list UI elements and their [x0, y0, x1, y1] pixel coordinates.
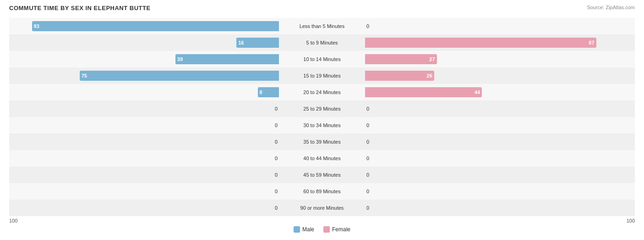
row-label: Less than 5 Minutes	[281, 23, 363, 29]
row-label: 25 to 29 Minutes	[281, 106, 363, 112]
chart-row: 025 to 29 Minutes0	[9, 100, 635, 117]
female-bar: 27	[365, 54, 437, 64]
male-value: 75	[82, 73, 87, 78]
female-section: 0	[363, 117, 635, 134]
male-bar: 16	[236, 38, 279, 48]
female-section: 87	[363, 34, 635, 51]
female-value: 0	[366, 189, 369, 194]
female-value: 0	[366, 23, 369, 29]
male-bar: 75	[80, 71, 279, 81]
male-section: 93	[9, 18, 281, 34]
axis-right-val: 100	[627, 218, 635, 223]
male-section: 0	[9, 117, 281, 134]
chart-row: 3910 to 14 Minutes27	[9, 51, 635, 67]
male-value: 16	[238, 40, 244, 45]
male-section: 0	[9, 150, 281, 167]
female-value: 0	[366, 156, 369, 161]
female-bar: 44	[365, 87, 482, 97]
male-bar: 93	[32, 21, 279, 31]
row-label: 35 to 39 Minutes	[281, 139, 363, 145]
legend-male: Male	[294, 226, 314, 233]
row-label: 45 to 59 Minutes	[281, 172, 363, 178]
legend-male-label: Male	[302, 226, 314, 233]
axis-row: 100 100	[9, 218, 635, 223]
female-bar: 87	[365, 38, 596, 48]
male-section: 0	[9, 167, 281, 183]
female-section: 0	[363, 200, 635, 216]
chart-row: 090 or more Minutes0	[9, 200, 635, 216]
male-value: 0	[275, 189, 278, 194]
chart-row: 93Less than 5 Minutes0	[9, 18, 635, 34]
legend-female: Female	[323, 226, 350, 233]
male-value: 93	[34, 23, 39, 29]
row-label: 20 to 24 Minutes	[281, 89, 363, 95]
row-label: 90 or more Minutes	[281, 205, 363, 211]
legend: Male Female	[9, 226, 635, 233]
female-section: 0	[363, 134, 635, 150]
legend-female-label: Female	[332, 226, 350, 233]
chart-row: 820 to 24 Minutes44	[9, 84, 635, 100]
male-value: 0	[275, 172, 278, 178]
male-value: 0	[275, 106, 278, 112]
female-value: 44	[475, 89, 480, 95]
female-bar: 26	[365, 71, 434, 81]
male-section: 39	[9, 51, 281, 67]
male-bar: 39	[175, 54, 279, 64]
female-value: 0	[366, 139, 369, 145]
female-value: 0	[366, 205, 369, 211]
axis-left-val: 100	[9, 218, 17, 223]
chart-container: 93Less than 5 Minutes0165 to 9 Minutes87…	[9, 18, 635, 216]
row-label: 60 to 89 Minutes	[281, 189, 363, 194]
male-value: 0	[275, 205, 278, 211]
female-section: 44	[363, 84, 635, 100]
male-section: 0	[9, 183, 281, 200]
female-section: 0	[363, 183, 635, 200]
row-label: 5 to 9 Minutes	[281, 40, 363, 45]
chart-row: 045 to 59 Minutes0	[9, 167, 635, 183]
male-section: 0	[9, 200, 281, 216]
female-value: 87	[589, 40, 594, 45]
male-section: 75	[9, 67, 281, 84]
male-section: 16	[9, 34, 281, 51]
legend-male-box	[294, 226, 300, 233]
female-section: 27	[363, 51, 635, 67]
chart-row: 7515 to 19 Minutes26	[9, 67, 635, 84]
female-section: 0	[363, 100, 635, 117]
male-value: 0	[275, 156, 278, 161]
female-section: 0	[363, 167, 635, 183]
female-value: 26	[427, 73, 432, 78]
row-label: 30 to 34 Minutes	[281, 123, 363, 128]
female-value: 0	[366, 106, 369, 112]
male-section: 0	[9, 100, 281, 117]
chart-row: 030 to 34 Minutes0	[9, 117, 635, 134]
male-section: 8	[9, 84, 281, 100]
male-section: 0	[9, 134, 281, 150]
chart-row: 035 to 39 Minutes0	[9, 134, 635, 150]
female-section: 0	[363, 18, 635, 34]
male-value: 0	[275, 139, 278, 145]
chart-row: 165 to 9 Minutes87	[9, 34, 635, 51]
female-section: 0	[363, 150, 635, 167]
row-label: 10 to 14 Minutes	[281, 56, 363, 62]
female-section: 26	[363, 67, 635, 84]
male-value: 8	[260, 89, 262, 95]
female-value: 0	[366, 172, 369, 178]
male-bar: 8	[258, 87, 279, 97]
chart-row: 040 to 44 Minutes0	[9, 150, 635, 167]
row-label: 15 to 19 Minutes	[281, 73, 363, 78]
row-label: 40 to 44 Minutes	[281, 156, 363, 161]
chart-title: COMMUTE TIME BY SEX IN ELEPHANT BUTTE	[9, 5, 151, 11]
source-label: Source: ZipAtlas.com	[587, 5, 635, 10]
chart-row: 060 to 89 Minutes0	[9, 183, 635, 200]
female-value: 27	[429, 56, 435, 62]
male-value: 0	[275, 123, 278, 128]
female-value: 0	[366, 123, 369, 128]
male-value: 39	[177, 56, 183, 62]
legend-female-box	[323, 226, 330, 233]
